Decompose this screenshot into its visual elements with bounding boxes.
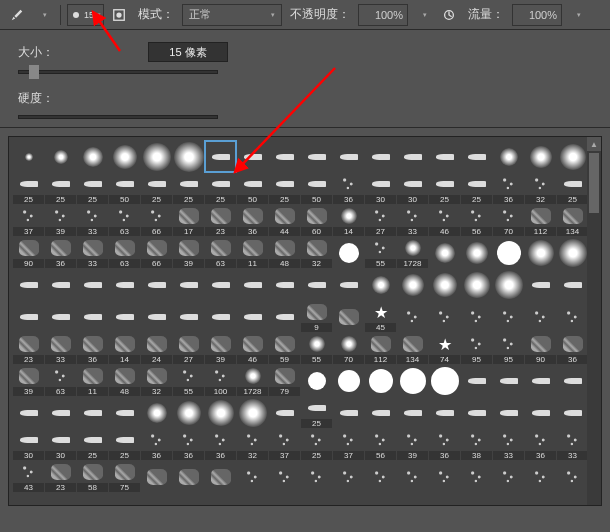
brush-preset-item[interactable] <box>365 365 396 396</box>
brush-preset-item[interactable]: 33 <box>397 205 428 236</box>
brush-preset-item[interactable] <box>77 269 108 300</box>
brush-preset-item[interactable] <box>45 141 76 172</box>
brush-preset-item[interactable]: 46 <box>429 205 460 236</box>
brush-preset-item[interactable]: 90 <box>525 333 556 364</box>
brush-preset-item[interactable]: 58 <box>77 461 108 492</box>
brush-preset-item[interactable]: 48 <box>109 365 140 396</box>
brush-preset-item[interactable]: 27 <box>173 333 204 364</box>
brush-preset-item[interactable]: 25 <box>269 173 300 204</box>
scrollbar[interactable]: ▲ <box>587 137 601 505</box>
brush-preset-item[interactable]: 25 <box>45 173 76 204</box>
brush-preset-item[interactable]: 24 <box>141 333 172 364</box>
brush-preset-item[interactable]: 1728 <box>237 365 268 396</box>
brush-preset-item[interactable] <box>173 141 204 172</box>
brush-preset-item[interactable] <box>397 461 428 492</box>
brush-size-picker[interactable]: 15 ▾ <box>67 4 104 26</box>
brush-preset-item[interactable] <box>461 461 492 492</box>
brush-preset-item[interactable] <box>173 269 204 300</box>
brush-preset-item[interactable] <box>13 397 44 428</box>
brush-preset-item[interactable]: 30 <box>45 429 76 460</box>
brush-preset-item[interactable] <box>205 461 236 492</box>
brush-preset-item[interactable]: 25 <box>173 173 204 204</box>
brush-preset-item[interactable]: 50 <box>237 173 268 204</box>
brush-preset-item[interactable] <box>429 365 460 396</box>
brush-preset-item[interactable]: 37 <box>13 205 44 236</box>
brush-preset-item[interactable] <box>173 461 204 492</box>
brush-preset-item[interactable]: 30 <box>13 429 44 460</box>
brush-preset-item[interactable]: 23 <box>205 205 236 236</box>
brush-preset-item[interactable]: 134 <box>557 205 588 236</box>
brush-preset-item[interactable]: 36 <box>493 173 524 204</box>
brush-preset-item[interactable]: 95 <box>493 333 524 364</box>
brush-preset-item[interactable]: 36 <box>45 237 76 268</box>
brush-preset-item[interactable] <box>301 269 332 300</box>
brush-preset-item[interactable] <box>429 397 460 428</box>
brush-preset-item[interactable]: 36 <box>557 333 588 364</box>
brush-preset-item[interactable] <box>13 141 44 172</box>
brush-preset-item[interactable]: 36 <box>429 429 460 460</box>
hardness-slider[interactable] <box>18 115 218 119</box>
brush-preset-item[interactable]: 23 <box>45 461 76 492</box>
brush-preset-item[interactable]: 32 <box>237 429 268 460</box>
brush-preset-item[interactable] <box>45 269 76 300</box>
brush-preset-item[interactable]: 11 <box>77 365 108 396</box>
brush-preset-item[interactable]: 44 <box>269 205 300 236</box>
brush-preset-item[interactable]: 36 <box>333 173 364 204</box>
opacity-input[interactable]: 100% <box>358 4 408 26</box>
brush-preset-item[interactable]: 37 <box>269 429 300 460</box>
brush-preset-item[interactable]: 25 <box>461 173 492 204</box>
brush-preset-item[interactable] <box>109 141 140 172</box>
brush-preset-item[interactable] <box>237 141 268 172</box>
brush-preset-item[interactable] <box>557 365 588 396</box>
brush-preset-item[interactable] <box>429 237 460 268</box>
brush-preset-item[interactable]: 14 <box>333 205 364 236</box>
brush-preset-item[interactable]: 25 <box>13 173 44 204</box>
brush-preset-item[interactable] <box>461 301 492 332</box>
brush-preset-item[interactable]: 43 <box>13 461 44 492</box>
brush-preset-item[interactable] <box>269 397 300 428</box>
brush-preset-item[interactable] <box>301 461 332 492</box>
brush-preset-item[interactable] <box>493 269 524 300</box>
brush-preset-item[interactable]: 17 <box>173 205 204 236</box>
brush-preset-item[interactable]: 33 <box>77 237 108 268</box>
brush-preset-item[interactable] <box>557 269 588 300</box>
brush-preset-item[interactable]: 95 <box>461 333 492 364</box>
brush-preset-item[interactable] <box>237 269 268 300</box>
brush-preset-item[interactable]: 55 <box>365 237 396 268</box>
brush-preset-item[interactable] <box>493 301 524 332</box>
brush-preset-item[interactable] <box>461 397 492 428</box>
brush-preset-item[interactable] <box>141 461 172 492</box>
scroll-thumb[interactable] <box>589 153 599 213</box>
brush-preset-item[interactable] <box>461 237 492 268</box>
brush-preset-item[interactable] <box>141 269 172 300</box>
size-input[interactable]: 15 像素 <box>148 42 228 62</box>
brush-preset-item[interactable] <box>45 397 76 428</box>
brush-preset-item[interactable] <box>77 397 108 428</box>
brush-preset-item[interactable]: 36 <box>237 205 268 236</box>
brush-preset-item[interactable]: 134 <box>397 333 428 364</box>
brush-preset-item[interactable] <box>525 397 556 428</box>
flow-input[interactable]: 100% <box>512 4 562 26</box>
brush-preset-item[interactable]: 25 <box>429 173 460 204</box>
brush-preset-item[interactable]: 38 <box>461 429 492 460</box>
brush-preset-item[interactable] <box>525 365 556 396</box>
brush-preset-item[interactable]: 33 <box>77 205 108 236</box>
size-slider-thumb[interactable] <box>29 65 39 79</box>
brush-preset-item[interactable]: 11 <box>237 237 268 268</box>
brush-preset-item[interactable]: 25 <box>77 173 108 204</box>
brush-preset-item[interactable] <box>333 237 364 268</box>
brush-preset-item[interactable]: 70 <box>333 333 364 364</box>
brush-preset-item[interactable]: 25 <box>141 173 172 204</box>
brush-preset-item[interactable]: 39 <box>205 333 236 364</box>
brush-preset-item[interactable]: 50 <box>109 173 140 204</box>
brush-preset-item[interactable]: 25 <box>205 173 236 204</box>
brush-preset-item[interactable]: 56 <box>365 429 396 460</box>
brush-preset-item[interactable]: 60 <box>301 205 332 236</box>
brush-preset-item[interactable]: 25 <box>557 173 588 204</box>
brush-preset-item[interactable] <box>77 301 108 332</box>
brush-preset-item[interactable] <box>141 141 172 172</box>
brush-preset-item[interactable] <box>461 141 492 172</box>
brush-preset-item[interactable] <box>397 269 428 300</box>
scroll-up-arrow[interactable]: ▲ <box>587 137 601 151</box>
brush-preset-item[interactable]: 33 <box>45 333 76 364</box>
